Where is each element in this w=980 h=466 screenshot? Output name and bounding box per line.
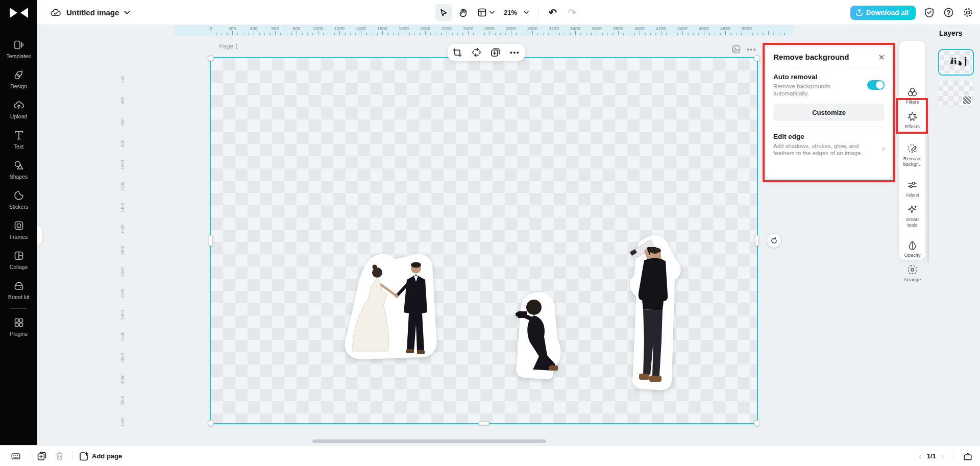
ruler-label: 4000 <box>634 26 645 31</box>
sidebar-item-stickers[interactable]: Stickers <box>0 185 37 215</box>
bottombar: Add page ‹ 1/1 › <box>0 445 980 466</box>
rail-item-opacity[interactable]: Opacity <box>899 240 925 258</box>
rail-item-arrange[interactable]: Arrange <box>899 264 925 282</box>
topbar: Untitled image 21% ↶ ↷ <box>0 0 980 25</box>
selection-handle-right-mid[interactable] <box>755 235 759 246</box>
replace-button[interactable] <box>472 47 481 57</box>
sidebar-item-text[interactable]: Text <box>0 125 37 155</box>
effects-icon <box>907 111 918 122</box>
ruler-label: 800 <box>120 132 125 155</box>
chevron-down-icon <box>124 11 130 15</box>
ruler-label: 2400 <box>463 26 473 31</box>
rail-item-adjust[interactable]: Adjust <box>899 180 925 198</box>
app-logo[interactable] <box>0 0 37 25</box>
rail-scrollbar[interactable] <box>927 134 929 263</box>
rail-item-smart-tools[interactable]: Smart tools <box>899 204 925 228</box>
page-label: Page 1 <box>219 43 238 50</box>
sidebar-item-frames[interactable]: Frames <box>0 215 37 245</box>
selection-handle-top-right[interactable] <box>754 55 760 61</box>
sidebar-item-shapes[interactable]: Shapes <box>0 155 37 185</box>
ruler-label: 2200 <box>120 282 125 305</box>
document-title-group[interactable]: Untitled image <box>50 0 130 25</box>
brand-kit-icon <box>13 280 24 291</box>
add-page-button[interactable]: Add page <box>77 448 124 465</box>
ruler-label: 0 <box>209 26 212 31</box>
opacity-icon <box>907 240 918 251</box>
duplicate-button[interactable] <box>491 47 500 57</box>
crop-button[interactable] <box>453 48 462 57</box>
ruler-label: 1600 <box>377 26 387 31</box>
select-tool-button[interactable] <box>435 4 452 21</box>
upload-cloud-icon <box>13 100 24 111</box>
layers-panel-title: Layers <box>939 29 962 37</box>
chevron-right-icon: › <box>882 144 885 153</box>
sidebar-item-templates[interactable]: Templates <box>0 34 37 64</box>
remove-background-panel: Remove background × Auto removal Remove … <box>766 46 892 179</box>
trash-icon <box>55 451 64 461</box>
ruler-label: 3200 <box>120 389 125 412</box>
sticker-standing-photographer[interactable] <box>618 234 685 392</box>
filters-icon <box>907 87 918 97</box>
panel-collapse-handle[interactable] <box>37 226 42 244</box>
edit-edge-row[interactable]: Edit edge Add shadows, strokes, glow, an… <box>773 133 885 157</box>
duplicate-page-button[interactable] <box>33 448 51 465</box>
layer-thumbnail-photos[interactable] <box>938 49 974 76</box>
customize-button[interactable]: Customize <box>773 104 885 121</box>
close-icon[interactable]: × <box>878 54 885 61</box>
rail-item-remove-background[interactable]: Remove backgr... <box>899 143 925 167</box>
delete-page-button[interactable] <box>51 448 68 465</box>
sidebar-item-collage[interactable]: Collage <box>0 245 37 275</box>
undo-button[interactable]: ↶ <box>544 4 561 21</box>
chevron-down-icon <box>489 11 495 14</box>
help-button[interactable] <box>942 7 954 19</box>
selection-handle-left-mid[interactable] <box>209 235 213 246</box>
sticker-kneeling-photographer[interactable] <box>510 290 569 383</box>
stickers-icon <box>13 190 24 201</box>
ruler-label: 200 <box>120 68 125 90</box>
layer-thumbnail-background[interactable] <box>938 81 974 107</box>
sidebar-item-brand-kit[interactable]: Brand kit <box>0 275 37 305</box>
preview-image-icon[interactable] <box>732 45 741 54</box>
safety-shield-button[interactable] <box>923 7 935 19</box>
more-options-button[interactable]: ••• <box>510 48 520 56</box>
previous-page-button[interactable]: ‹ <box>919 452 921 461</box>
hand-tool-button[interactable] <box>454 4 472 21</box>
rotate-handle-button[interactable] <box>767 234 781 248</box>
ruler-label: 1400 <box>356 26 366 31</box>
tools-rail: Filters Effects Remove backgr... Adjust … <box>899 41 925 260</box>
ruler-label: 400 <box>120 89 125 112</box>
panel-divider <box>772 67 886 67</box>
selection-handle-bottom-right[interactable] <box>754 420 760 426</box>
ruler-label: 1600 <box>120 218 125 240</box>
sidebar-item-upload[interactable]: Upload <box>0 94 37 125</box>
horizontal-scrollbar[interactable] <box>312 439 546 443</box>
rail-item-filters[interactable]: Filters <box>899 87 925 105</box>
ruler-label: 3400 <box>570 26 580 31</box>
sticker-wedding-couple[interactable] <box>339 252 456 363</box>
bottombar-divider <box>29 451 29 461</box>
redo-button[interactable]: ↷ <box>564 4 581 21</box>
selection-handle-bottom-mid[interactable] <box>478 421 489 425</box>
fullscreen-icon <box>963 451 973 461</box>
ruler-label: 5000 <box>742 26 752 31</box>
undo-icon: ↶ <box>549 7 557 18</box>
keyboard-shortcuts-button[interactable] <box>7 448 24 465</box>
selection-handle-top-left[interactable] <box>208 55 214 61</box>
selection-handle-bottom-left[interactable] <box>208 420 214 426</box>
sidebar-item-design[interactable]: Design <box>0 64 37 94</box>
zoom-level-dropdown[interactable]: 21% <box>500 4 532 21</box>
canvas-corner-actions: ••• <box>732 45 757 54</box>
canvas-more-icon[interactable]: ••• <box>747 45 757 53</box>
settings-button[interactable] <box>962 7 974 19</box>
next-page-button[interactable]: › <box>941 452 944 461</box>
ruler-label: 1200 <box>334 26 345 31</box>
auto-removal-toggle[interactable] <box>867 80 885 90</box>
panel-title: Remove background <box>773 53 849 61</box>
download-all-button[interactable]: Download all <box>850 6 916 20</box>
fullscreen-button[interactable] <box>963 451 973 461</box>
toggle-knob <box>876 81 884 89</box>
sidebar-item-plugins[interactable]: Plugins <box>0 312 37 342</box>
layout-tool-button[interactable] <box>474 4 498 21</box>
rail-item-effects[interactable]: Effects <box>899 111 925 129</box>
topbar-center-tools: 21% ↶ ↷ <box>435 0 581 25</box>
